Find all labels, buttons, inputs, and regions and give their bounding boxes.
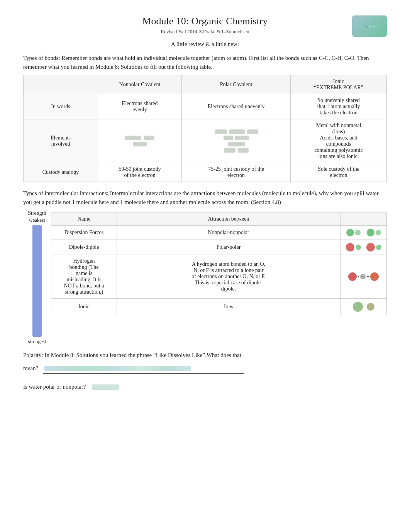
page-header: Module 10: Organic Chemistry Revised Fal… [23, 15, 387, 35]
cell-nonpolar-inwords: Electrons sharedevenly [98, 94, 182, 119]
table-col-empty [24, 75, 98, 94]
imf-table-wrapper: Name Attraction between Dispersion Force… [51, 210, 387, 345]
cell-ionic-inwords: So unevenly sharedthat 1 atom actuallyta… [291, 94, 387, 119]
header-logo: 🐾 logo [352, 15, 387, 37]
imf-attraction-dipole: Polar-polar [117, 240, 341, 255]
bonds-table: Nonpolar Covalent Polar Covalent Ionic“E… [23, 75, 387, 182]
polarity-line3: Is water polar or nonpolar? [23, 381, 387, 392]
row-label-custody: Custody analogy [24, 163, 98, 182]
polarity-water-line [90, 381, 276, 392]
strength-header: Strength [28, 210, 46, 216]
imf-header-row: Name Attraction between [51, 213, 387, 226]
imf-image-dispersion [341, 226, 387, 240]
imf-attraction-dispersion: Nonpolar-nonpolar [117, 226, 341, 240]
imf-image-ionic [341, 299, 387, 315]
cell-polar-elements [182, 119, 291, 163]
cell-nonpolar-elements [98, 119, 182, 163]
strength-bar [32, 225, 42, 337]
imf-attraction-hbond: A hydrogen atom bonded to an O,N, or F i… [117, 255, 341, 299]
cell-ionic-custody: Sole custody of theelectron [291, 163, 387, 182]
polarity-line1: Polarity: In Module 8: Solutions you lea… [23, 350, 387, 360]
table-col-ionic: Ionic“EXTREME POLAR” [291, 75, 387, 94]
strongest-label: strongest [28, 338, 46, 345]
row-label-inwords: In words [24, 94, 98, 119]
imf-row-dipole: Dipole-dipole Polar-polar [51, 240, 387, 255]
imf-layout: Strength weakest strongest Name Attracti… [23, 210, 387, 345]
table-header-row: Nonpolar Covalent Polar Covalent Ionic“E… [24, 75, 387, 94]
table-col-polar: Polar Covalent [182, 75, 291, 94]
page-title: Module 10: Organic Chemistry [142, 15, 268, 27]
cell-nonpolar-custody: 50-50 joint custodyof the electron [98, 163, 182, 182]
table-col-nonpolar: Nonpolar Covalent [98, 75, 182, 94]
intro-text: A little review & a little new: [23, 41, 387, 48]
intermolecular-intro: Types of intermolecular interactions: In… [23, 189, 387, 206]
polarity-line2: mean? [23, 363, 387, 374]
blurred-answer-1 [44, 366, 191, 371]
polarity-answer-line [43, 363, 244, 374]
imf-table: Name Attraction between Dispersion Force… [51, 212, 387, 315]
imf-col-image [341, 213, 387, 226]
imf-col-name: Name [51, 213, 117, 226]
cell-polar-inwords: Electrons shared unevenly [182, 94, 291, 119]
header-text-block: Module 10: Organic Chemistry Revised Fal… [142, 15, 268, 35]
table-row-elements: Elementsinvolved [24, 119, 387, 163]
imf-image-dipole [341, 240, 387, 255]
imf-attraction-ionic: Ions [117, 299, 341, 315]
imf-name-dipole: Dipole-dipole [51, 240, 117, 255]
polarity-section: Polarity: In Module 8: Solutions you lea… [23, 350, 387, 392]
cell-ionic-elements: Metal with nonmetal(ions)Acids, bases, a… [291, 119, 387, 163]
imf-name-dispersion: Dispersion Forces [51, 226, 117, 240]
weakest-label: weakest [29, 217, 45, 223]
bonds-intro-text: Types of bonds: Remember bonds are what … [23, 54, 387, 71]
imf-image-hbond [341, 255, 387, 299]
blurred-answer-2 [92, 384, 119, 390]
imf-col-attraction: Attraction between [117, 213, 341, 226]
table-row-inwords: In words Electrons sharedevenly Electron… [24, 94, 387, 119]
table-row-custody: Custody analogy 50-50 joint custodyof th… [24, 163, 387, 182]
imf-name-hbond: Hydrogenbonding (Thename ismisleading. I… [51, 255, 117, 299]
cell-polar-custody: 75-25 joint custody of theelectron [182, 163, 291, 182]
strength-sidebar: Strength weakest strongest [23, 210, 51, 345]
imf-name-ionic: Ionic [51, 299, 117, 315]
imf-row-ionic: Ionic Ions [51, 299, 387, 315]
page-subtitle: Revised Fall 2014-S.Drake & L.Sonnichsen [142, 29, 268, 35]
imf-row-hbond: Hydrogenbonding (Thename ismisleading. I… [51, 255, 387, 299]
row-label-elements: Elementsinvolved [24, 119, 98, 163]
imf-row-dispersion: Dispersion Forces Nonpolar-nonpolar [51, 226, 387, 240]
